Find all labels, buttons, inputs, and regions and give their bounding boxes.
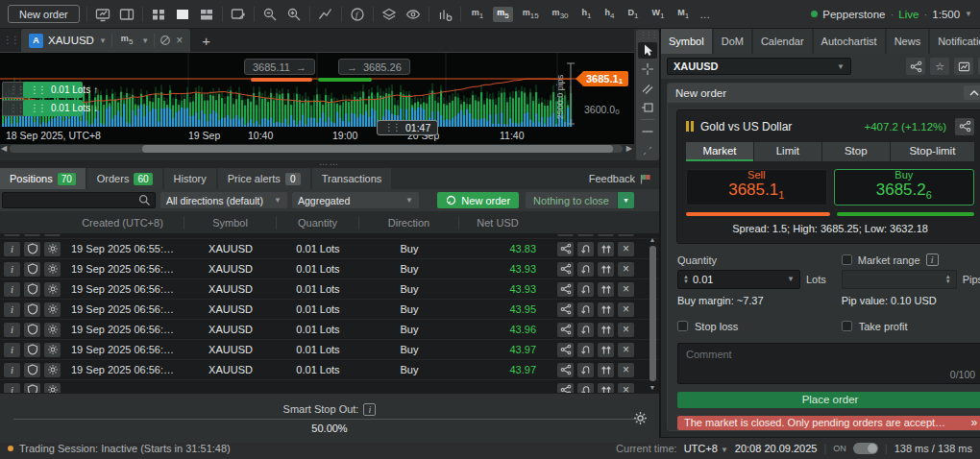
share-icon[interactable] — [557, 343, 574, 357]
buy-button[interactable]: Buy 3685.26 — [834, 169, 975, 205]
more-tools-icon[interactable] — [638, 142, 657, 158]
timeframe-m30[interactable]: m30 — [549, 7, 573, 22]
expand-warning-icon[interactable]: » — [970, 416, 976, 429]
shield-icon[interactable] — [24, 234, 40, 236]
gear-icon[interactable] — [44, 262, 61, 277]
shield-icon[interactable] — [24, 323, 40, 337]
gear-icon[interactable] — [44, 343, 61, 357]
one-click-toggle[interactable] — [853, 443, 878, 454]
tab-history[interactable]: History — [164, 168, 216, 189]
tab-news[interactable]: News — [887, 29, 929, 54]
tab-price-alerts[interactable]: Price alerts0 — [218, 168, 310, 189]
table-row[interactable]: i × — [0, 380, 659, 393]
close-position-icon[interactable]: × — [618, 383, 634, 394]
reverse-position-icon[interactable] — [577, 262, 594, 277]
double-position-icon[interactable] — [598, 242, 614, 256]
reverse-position-icon[interactable] — [577, 323, 594, 337]
close-position-icon[interactable]: × — [618, 302, 634, 317]
chart-edit-icon[interactable] — [230, 6, 247, 23]
double-position-icon[interactable] — [598, 363, 614, 377]
share-icon[interactable] — [557, 383, 574, 394]
double-position-icon[interactable] — [598, 234, 614, 236]
shield-icon[interactable] — [24, 343, 40, 357]
timeframe-M1[interactable]: M1 — [674, 7, 693, 22]
crosshair-tool-icon[interactable] — [638, 61, 657, 78]
share-icon[interactable] — [557, 302, 574, 317]
stepper-arrows-icon[interactable]: ▲▼ — [945, 275, 951, 284]
shield-icon[interactable] — [24, 282, 40, 297]
close-position-icon[interactable]: × — [618, 242, 634, 256]
search-input[interactable] — [2, 192, 156, 208]
account-info[interactable]: Pepperstone · Live · 1:500 ▼ — [811, 9, 972, 20]
market-range-checkbox[interactable] — [842, 254, 852, 265]
gear-icon[interactable] — [44, 383, 61, 394]
column-header-3[interactable]: Quantity — [277, 216, 359, 230]
market-closed-warning[interactable]: The market is closed. Only pending order… — [677, 416, 980, 430]
tab-symbol[interactable]: Symbol — [661, 29, 712, 54]
close-tab-icon[interactable]: × — [176, 34, 183, 47]
tab-notifications[interactable]: Notifications — [930, 29, 980, 54]
panel-resize-handle[interactable]: ⋯⋯ — [0, 160, 659, 168]
share-icon[interactable] — [955, 118, 974, 135]
chevron-down-icon[interactable]: ▼ — [141, 36, 149, 45]
share-icon[interactable] — [557, 234, 574, 236]
drag-handle-icon[interactable]: ⋮⋮ — [0, 36, 21, 45]
tab-autochartist[interactable]: Autochartist — [814, 29, 885, 54]
double-position-icon[interactable] — [598, 383, 614, 394]
order-tab-market[interactable]: Market — [686, 142, 753, 161]
info-icon[interactable]: i — [4, 242, 20, 256]
timeframe-h4[interactable]: h4 — [600, 7, 618, 22]
double-position-icon[interactable] — [598, 302, 614, 317]
gear-icon[interactable] — [44, 234, 61, 236]
info-icon[interactable]: i — [926, 254, 939, 266]
line-chart-icon[interactable] — [317, 6, 334, 23]
close-position-icon[interactable]: × — [618, 262, 634, 277]
column-header-5[interactable]: Net USD — [459, 216, 536, 230]
open-chart-icon[interactable] — [954, 58, 973, 75]
info-icon[interactable]: i — [4, 302, 20, 317]
scrollbar-thumb[interactable] — [142, 145, 613, 153]
stop-loss-checkbox[interactable] — [677, 321, 688, 331]
share-icon[interactable] — [906, 58, 925, 75]
layout-icon[interactable] — [118, 6, 135, 23]
info-icon[interactable]: i — [4, 323, 20, 337]
sell-button[interactable]: Sell 3685.11 — [686, 169, 827, 205]
layers-icon[interactable] — [380, 6, 398, 23]
drag-handle-icon[interactable]: ⋮⋮⋮ — [636, 32, 659, 39]
close-position-icon[interactable]: × — [618, 282, 634, 297]
close-position-icon[interactable]: × — [618, 343, 634, 357]
double-position-icon[interactable] — [598, 323, 614, 337]
column-header-1[interactable]: Created (UTC+8) — [61, 216, 184, 230]
favorite-star-icon[interactable]: ☆ — [930, 58, 949, 75]
scroll-up-icon[interactable]: ▲ — [649, 235, 656, 244]
chart-h-scrollbar[interactable]: ◀ ▶ — [0, 144, 634, 155]
table-row[interactable]: i 19 Sep 2025 06:56:… XAUUSD 0.01 Lots B… — [0, 300, 659, 320]
shield-icon[interactable] — [24, 363, 40, 377]
share-icon[interactable] — [557, 242, 574, 256]
scroll-down-icon[interactable]: ▼ — [649, 383, 656, 392]
table-row[interactable]: i 19 Sep 2025 06:56:… XAUUSD 0.01 Lots B… — [0, 259, 659, 279]
table-row[interactable]: i 19 Sep 2025 06:56:… XAUUSD 0.01 Lots B… — [0, 340, 659, 360]
place-order-button[interactable]: Place order — [677, 392, 980, 408]
share-icon[interactable] — [557, 262, 574, 277]
close-position-icon[interactable]: × — [618, 234, 634, 236]
eye-icon[interactable] — [404, 6, 422, 23]
reverse-position-icon[interactable] — [577, 282, 594, 297]
double-position-icon[interactable] — [598, 282, 614, 297]
add-chart-tab-button[interactable]: + — [190, 33, 222, 49]
reverse-position-icon[interactable] — [577, 234, 594, 236]
table-row[interactable]: i 19 Sep 2025 06:56:… XAUUSD 0.01 Lots B… — [0, 360, 659, 380]
timeframe-D1[interactable]: D1 — [624, 7, 642, 22]
shield-icon[interactable] — [24, 302, 40, 317]
trend-line-tool-icon[interactable] — [638, 80, 657, 96]
direction-filter-dropdown[interactable]: All directions (default)▼ — [160, 192, 287, 208]
split-view-icon[interactable] — [198, 6, 215, 23]
chart-tab-timeframe[interactable]: m5 — [117, 33, 136, 48]
gear-icon[interactable] — [44, 323, 61, 337]
order-tab-stop[interactable]: Stop — [822, 142, 890, 161]
new-order-button[interactable]: New order — [437, 192, 519, 208]
double-position-icon[interactable] — [598, 262, 614, 277]
symbol-select[interactable]: XAUUSD ▼ — [667, 58, 851, 75]
new-order-button[interactable]: New order — [8, 5, 80, 23]
horizontal-line-tool-icon[interactable] — [638, 124, 657, 140]
